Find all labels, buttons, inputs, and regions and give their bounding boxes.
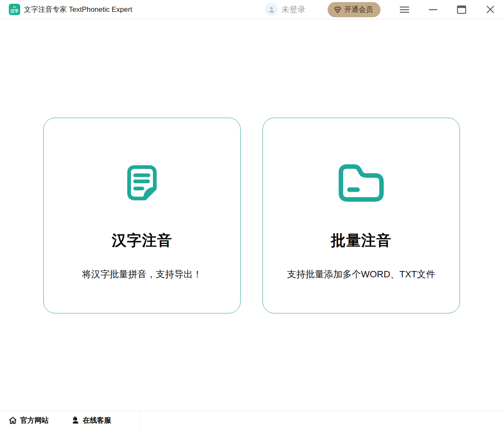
card-hanzi-zhuyin[interactable]: 汉字注音 将汉字批量拼音，支持导出！ bbox=[43, 118, 241, 313]
person-silhouette-icon bbox=[268, 5, 276, 13]
login-status[interactable]: 未登录 bbox=[265, 3, 305, 16]
folder-icon bbox=[336, 158, 387, 207]
official-website-link[interactable]: 官方网站 bbox=[8, 416, 49, 425]
close-icon bbox=[486, 5, 494, 13]
open-membership-button[interactable]: 开通会员 bbox=[328, 2, 381, 17]
app-title: 文字注音专家 TextPhonetic Expert bbox=[24, 5, 132, 14]
card-batch-zhuyin[interactable]: 批量注音 支持批量添加多个WORD、TXT文件 bbox=[262, 118, 460, 313]
main-content: 汉字注音 将汉字批量拼音，支持导出！ 批量注音 支持批量添加多个WORD、TXT… bbox=[0, 19, 504, 411]
menu-button[interactable] bbox=[399, 5, 410, 15]
online-support-link[interactable]: 在线客服 bbox=[71, 416, 111, 425]
maximize-button[interactable] bbox=[457, 5, 467, 15]
titlebar: Nr 汉字 文字注音专家 TextPhonetic Expert 未登录 开通会… bbox=[0, 0, 504, 19]
card-title: 批量注音 bbox=[331, 231, 391, 250]
customer-service-icon bbox=[71, 416, 80, 425]
home-icon bbox=[8, 416, 17, 425]
minimize-icon bbox=[429, 9, 437, 11]
card-description: 将汉字批量拼音，支持导出！ bbox=[82, 268, 202, 281]
footer-bar: 官方网站 在线客服 bbox=[0, 411, 504, 429]
card-description: 支持批量添加多个WORD、TXT文件 bbox=[287, 268, 435, 281]
close-button[interactable] bbox=[485, 5, 495, 15]
maximize-icon bbox=[457, 5, 466, 14]
vip-gem-icon bbox=[333, 5, 342, 14]
login-status-label[interactable]: 未登录 bbox=[281, 4, 305, 15]
minimize-button[interactable] bbox=[428, 5, 438, 15]
footer-divider bbox=[139, 411, 140, 429]
user-avatar-icon[interactable] bbox=[265, 3, 278, 16]
open-membership-label: 开通会员 bbox=[344, 5, 373, 14]
app-logo-pinyin: Nr bbox=[13, 5, 16, 9]
app-logo-hanzi: 汉字 bbox=[10, 9, 19, 13]
titlebar-right: 未登录 开通会员 bbox=[265, 2, 495, 17]
app-logo-icon: Nr 汉字 bbox=[9, 4, 20, 15]
document-lines-icon bbox=[121, 158, 163, 207]
online-support-label: 在线客服 bbox=[83, 416, 111, 425]
card-title: 汉字注音 bbox=[112, 231, 172, 250]
hamburger-menu-icon bbox=[400, 6, 409, 13]
official-website-label: 官方网站 bbox=[20, 416, 49, 425]
